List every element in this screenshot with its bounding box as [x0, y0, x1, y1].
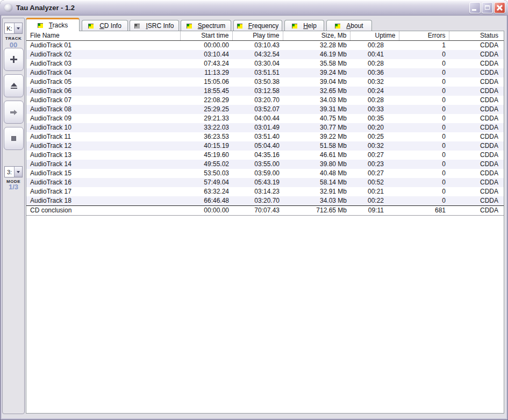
table-row[interactable]: AudioTrack 1033:22.0303:01.4930.77 Mb00:…	[26, 123, 504, 132]
cell-errors: 0	[399, 178, 449, 187]
tab-about[interactable]: About	[326, 20, 372, 31]
mode-select-dropdown-button[interactable]	[14, 167, 22, 177]
cell-size: 39.31 Mb	[283, 105, 350, 114]
cell-play-time: 03:50.38	[232, 77, 283, 87]
table-row[interactable]: AudioTrack 0929:21.3304:00.4440.75 Mb00:…	[26, 114, 504, 123]
tab-help[interactable]: Help	[284, 20, 324, 31]
tab-spectrum[interactable]: Spectrum	[181, 20, 231, 31]
cell-file-name: AudioTrack 09	[26, 114, 180, 123]
table-row[interactable]: AudioTrack 1657:49.0405:43.1958.14 Mb00:…	[26, 178, 504, 187]
column-header-start-time[interactable]: Start time	[180, 31, 232, 40]
close-button[interactable]	[494, 2, 505, 13]
cell-errors: 0	[399, 96, 449, 105]
table-row[interactable]: AudioTrack 0825:29.2503:52.0739.31 Mb00:…	[26, 105, 504, 114]
minimize-button[interactable]	[469, 2, 481, 13]
table-row[interactable]: AudioTrack 0515:05.0603:50.3839.04 Mb00:…	[26, 77, 504, 87]
drive-select-dropdown-button[interactable]	[14, 23, 22, 33]
cell-status: CDDA	[449, 96, 504, 105]
cell-errors: 0	[399, 105, 449, 114]
table-row[interactable]: AudioTrack 1866:46.4803:20.7034.03 Mb00:…	[26, 196, 504, 206]
cell-start-time: 25:29.25	[180, 105, 232, 114]
cell-file-name: AudioTrack 12	[26, 141, 180, 151]
maximize-icon	[485, 5, 490, 10]
table-row[interactable]: AudioTrack 0100:00.0003:10.4332.28 Mb00:…	[26, 40, 504, 50]
drive-select-value: K:	[5, 23, 14, 33]
cell-start-time: 07:43.24	[180, 59, 232, 68]
cell-size: 51.58 Mb	[283, 141, 350, 151]
cell-status: CDDA	[449, 187, 504, 196]
cell-file-name: AudioTrack 01	[26, 40, 180, 50]
header-row: File NameStart timePlay timeSize, MbUpti…	[26, 31, 504, 40]
drive-select[interactable]: K:	[4, 23, 23, 34]
cell-errors: 0	[399, 151, 449, 160]
add-button[interactable]	[4, 48, 24, 71]
conclusion-row[interactable]: CD conclusion00:00.0070:07.43712.65 Mb09…	[26, 205, 504, 215]
cell-size: 32.65 Mb	[283, 87, 350, 96]
cell-errors: 0	[399, 68, 449, 77]
cell-errors: 0	[399, 132, 449, 141]
cell-file-name: AudioTrack 08	[26, 105, 180, 114]
column-header-errors[interactable]: Errors	[399, 31, 449, 40]
client-area: K: TRACK 00 3: MODE 1/3 Tracks	[2, 16, 506, 418]
cell-size: 39.22 Mb	[283, 132, 350, 141]
column-header-play-time[interactable]: Play time	[232, 31, 283, 40]
stop-button[interactable]	[4, 127, 24, 150]
cell-errors: 1	[399, 40, 449, 50]
cell-file-name: AudioTrack 02	[26, 50, 180, 59]
cell-play-time: 03:12.58	[232, 87, 283, 96]
cell-start-time: 66:46.48	[180, 196, 232, 206]
cell-file-name: AudioTrack 17	[26, 187, 180, 196]
eject-icon	[11, 83, 17, 89]
tab-isrc-info[interactable]: ISRC Info	[130, 20, 179, 31]
cell-size: 34.03 Mb	[283, 96, 350, 105]
mode-select[interactable]: 3:	[4, 166, 23, 177]
cell-size: 39.80 Mb	[283, 160, 350, 169]
tab-tracks[interactable]: Tracks	[26, 18, 80, 31]
table-row[interactable]: AudioTrack 1136:23.5303:51.4039.22 Mb00:…	[26, 132, 504, 141]
cell-play-time: 03:59.00	[232, 169, 283, 178]
plus-icon	[10, 56, 17, 63]
cell-uptime: 00:52	[350, 178, 399, 187]
maximize-button[interactable]	[482, 2, 493, 13]
cell-file-name: AudioTrack 18	[26, 196, 180, 206]
table-row[interactable]: AudioTrack 0203:10.4404:32.5446.19 Mb00:…	[26, 50, 504, 59]
status-flag-icon	[292, 24, 297, 29]
table-row[interactable]: AudioTrack 1345:19.6004:35.1646.61 Mb00:…	[26, 151, 504, 160]
cell-status: CDDA	[449, 68, 504, 77]
cell-errors: 0	[399, 50, 449, 59]
table-row[interactable]: AudioTrack 1553:50.0303:59.0040.48 Mb00:…	[26, 169, 504, 178]
cell-start-time: 57:49.04	[180, 178, 232, 187]
table-row[interactable]: AudioTrack 0411:13.2903:51.5139.24 Mb00:…	[26, 68, 504, 77]
cell-status: CDDA	[449, 169, 504, 178]
cell-file-name: AudioTrack 03	[26, 59, 180, 68]
sidebar: K: TRACK 00 3: MODE 1/3	[2, 18, 25, 414]
table-row[interactable]: AudioTrack 1449:55.0203:55.0039.80 Mb00:…	[26, 160, 504, 169]
cell-uptime: 00:36	[350, 68, 399, 77]
column-header-size[interactable]: Size, Mb	[283, 31, 350, 40]
mode-value: 1/3	[3, 183, 24, 191]
cell-size: 712.65 Mb	[283, 205, 350, 215]
cell-errors: 0	[399, 87, 449, 96]
column-header-file-name[interactable]: File Name	[26, 31, 180, 40]
cell-uptime: 00:27	[350, 169, 399, 178]
cell-errors: 0	[399, 187, 449, 196]
cell-status: CDDA	[449, 50, 504, 59]
table-row[interactable]: AudioTrack 0618:55.4503:12.5832.65 Mb00:…	[26, 87, 504, 96]
column-header-uptime[interactable]: Uptime	[350, 31, 399, 40]
cell-size: 40.75 Mb	[283, 114, 350, 123]
column-header-status[interactable]: Status	[449, 31, 504, 40]
cell-start-time: 18:55.45	[180, 87, 232, 96]
play-button[interactable]	[4, 101, 24, 124]
table-row[interactable]: AudioTrack 1763:32.2403:14.2332.91 Mb00:…	[26, 187, 504, 196]
cell-errors: 0	[399, 169, 449, 178]
tab-frequency[interactable]: Frequency	[233, 20, 282, 31]
eject-button[interactable]	[4, 74, 24, 97]
chevron-down-icon	[17, 27, 20, 30]
table-row[interactable]: AudioTrack 0307:43.2403:30.0435.58 Mb00:…	[26, 59, 504, 68]
cell-start-time: 45:19.60	[180, 151, 232, 160]
cell-play-time: 03:20.70	[232, 96, 283, 105]
cell-start-time: 33:22.03	[180, 123, 232, 132]
tab-cd-info[interactable]: CD Info	[82, 20, 128, 31]
table-row[interactable]: AudioTrack 0722:08.2903:20.7034.03 Mb00:…	[26, 96, 504, 105]
table-row[interactable]: AudioTrack 1240:15.1905:04.4051.58 Mb00:…	[26, 141, 504, 151]
